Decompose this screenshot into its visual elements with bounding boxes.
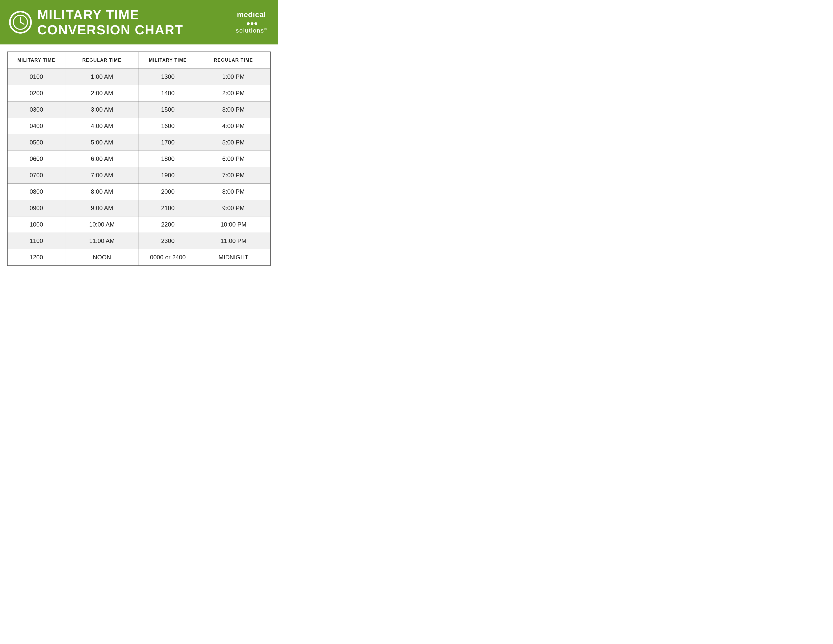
table-row: 01001:00 AM13001:00 PM xyxy=(7,69,270,85)
cell-reg1-8: 9:00 AM xyxy=(65,200,139,216)
table-row: 08008:00 AM20008:00 PM xyxy=(7,184,270,200)
cell-reg2-0: 1:00 PM xyxy=(197,69,270,85)
cell-mil1-2: 0300 xyxy=(7,101,65,118)
svg-point-3 xyxy=(20,21,21,23)
cell-mil2-3: 1600 xyxy=(139,118,197,134)
cell-reg1-7: 8:00 AM xyxy=(65,184,139,200)
cell-mil1-5: 0600 xyxy=(7,151,65,167)
cell-mil1-7: 0800 xyxy=(7,184,65,200)
cell-mil2-8: 2100 xyxy=(139,200,197,216)
cell-reg2-2: 3:00 PM xyxy=(197,101,270,118)
cell-mil1-10: 1100 xyxy=(7,233,65,249)
col-header-reg1: REGULAR TIME xyxy=(65,52,139,69)
cell-reg1-11: NOON xyxy=(65,249,139,266)
table-header: MILITARY TIME REGULAR TIME MILITARY TIME… xyxy=(7,52,270,69)
cell-reg2-8: 9:00 PM xyxy=(197,200,270,216)
clock-icon xyxy=(9,11,32,34)
cell-mil1-9: 1000 xyxy=(7,216,65,233)
table-row: 03003:00 AM15003:00 PM xyxy=(7,101,270,118)
cell-reg1-3: 4:00 AM xyxy=(65,118,139,134)
cell-reg2-4: 5:00 PM xyxy=(197,134,270,151)
logo-medical: medical xyxy=(237,10,266,19)
cell-reg1-2: 3:00 AM xyxy=(65,101,139,118)
cell-reg2-10: 11:00 PM xyxy=(197,233,270,249)
cell-reg2-3: 4:00 PM xyxy=(197,118,270,134)
cell-mil1-11: 1200 xyxy=(7,249,65,266)
cell-reg2-1: 2:00 PM xyxy=(197,85,270,101)
cell-mil1-0: 0100 xyxy=(7,69,65,85)
table-row: 09009:00 AM21009:00 PM xyxy=(7,200,270,216)
col-header-mil1: MILITARY TIME xyxy=(7,52,65,69)
cell-mil2-6: 1900 xyxy=(139,167,197,184)
table-row: 100010:00 AM220010:00 PM xyxy=(7,216,270,233)
table-wrapper: MILITARY TIME REGULAR TIME MILITARY TIME… xyxy=(0,45,278,275)
cell-mil2-1: 1400 xyxy=(139,85,197,101)
page-title: MILITARY TIME CONVERSION CHART xyxy=(37,7,234,37)
logo-registered: ® xyxy=(264,27,267,31)
cell-reg1-6: 7:00 AM xyxy=(65,167,139,184)
cell-mil1-3: 0400 xyxy=(7,118,65,134)
cell-reg1-1: 2:00 AM xyxy=(65,85,139,101)
header-left: MILITARY TIME CONVERSION CHART xyxy=(9,7,234,37)
col-header-mil2: MILITARY TIME xyxy=(139,52,197,69)
cell-mil2-10: 2300 xyxy=(139,233,197,249)
cell-mil1-1: 0200 xyxy=(7,85,65,101)
col-header-reg2: REGULAR TIME xyxy=(197,52,270,69)
cell-mil2-7: 2000 xyxy=(139,184,197,200)
page-header: MILITARY TIME CONVERSION CHART medical s… xyxy=(0,0,278,45)
cell-reg2-11: MIDNIGHT xyxy=(197,249,270,266)
table-body: 01001:00 AM13001:00 PM02002:00 AM14002:0… xyxy=(7,69,270,266)
cell-mil2-4: 1700 xyxy=(139,134,197,151)
table-row: 06006:00 AM18006:00 PM xyxy=(7,151,270,167)
table-row: 1200NOON0000 or 2400MIDNIGHT xyxy=(7,249,270,266)
cell-mil1-4: 0500 xyxy=(7,134,65,151)
table-row: 04004:00 AM16004:00 PM xyxy=(7,118,270,134)
table-row: 02002:00 AM14002:00 PM xyxy=(7,85,270,101)
table-row: 05005:00 AM17005:00 PM xyxy=(7,134,270,151)
cell-mil2-0: 1300 xyxy=(139,69,197,85)
cell-reg2-5: 6:00 PM xyxy=(197,151,270,167)
cell-reg1-9: 10:00 AM xyxy=(65,216,139,233)
cell-mil1-6: 0700 xyxy=(7,167,65,184)
cell-mil2-11: 0000 or 2400 xyxy=(139,249,197,266)
cell-mil2-2: 1500 xyxy=(139,101,197,118)
cell-reg1-4: 5:00 AM xyxy=(65,134,139,151)
header-row: MILITARY TIME REGULAR TIME MILITARY TIME… xyxy=(7,52,270,69)
table-row: 07007:00 AM19007:00 PM xyxy=(7,167,270,184)
cell-mil2-9: 2200 xyxy=(139,216,197,233)
cell-reg2-9: 10:00 PM xyxy=(197,216,270,233)
cell-reg2-6: 7:00 PM xyxy=(197,167,270,184)
logo: medical solutions® xyxy=(234,10,269,34)
cell-reg2-7: 8:00 PM xyxy=(197,184,270,200)
conversion-table: MILITARY TIME REGULAR TIME MILITARY TIME… xyxy=(7,52,270,266)
table-row: 110011:00 AM230011:00 PM xyxy=(7,233,270,249)
logo-solutions: solutions xyxy=(236,27,264,34)
cell-reg1-0: 1:00 AM xyxy=(65,69,139,85)
cell-mil2-5: 1800 xyxy=(139,151,197,167)
cell-reg1-5: 6:00 AM xyxy=(65,151,139,167)
cell-reg1-10: 11:00 AM xyxy=(65,233,139,249)
cell-mil1-8: 0900 xyxy=(7,200,65,216)
